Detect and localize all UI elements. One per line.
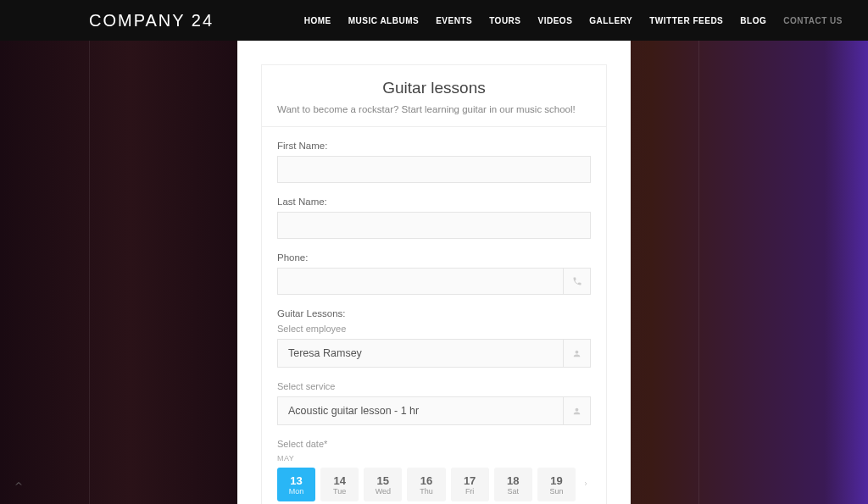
nav-item-contact-us[interactable]: CONTACT US [783,16,843,25]
service-select[interactable]: Acoustic guitar lesson - 1 hr [277,396,591,425]
date-day: Tue [333,487,346,496]
nav-item-tours[interactable]: TOURS [489,16,520,25]
date-number: 19 [550,474,562,487]
nav-item-events[interactable]: EVENTS [436,16,472,25]
date-number: 13 [290,474,302,487]
nav-item-home[interactable]: HOME [304,16,331,25]
booking-form-panel: Guitar lessons Want to become a rockstar… [237,41,631,504]
phone-icon [564,268,591,295]
date-number: 16 [420,474,432,487]
date-number: 18 [507,474,519,487]
service-value: Acoustic guitar lesson - 1 hr [278,405,563,417]
date-cell[interactable]: 18Sat [494,468,532,501]
date-number: 14 [333,474,345,487]
date-picker-row: 13Mon14Tue15Wed16Thu17Fri18Sat19Sun [277,468,591,501]
date-number: 15 [377,474,389,487]
phone-group [277,268,591,295]
main-nav: HOMEMUSIC ALBUMSEVENTSTOURSVIDEOSGALLERY… [304,16,843,25]
month-label: MAY [277,454,591,462]
date-cell[interactable]: 14Tue [320,468,359,501]
site-header: COMPANY 24 HOMEMUSIC ALBUMSEVENTSTOURSVI… [0,0,868,41]
form-subtitle: Want to become a rockstar? Start learnin… [277,104,591,114]
last-name-label: Last Name: [277,197,591,207]
employee-value: Teresa Ramsey [278,347,563,359]
date-cell[interactable]: 15Wed [364,468,402,501]
service-sublabel: Select service [277,381,591,391]
nav-item-videos[interactable]: VIDEOS [538,16,573,25]
form-header: Guitar lessons Want to become a rockstar… [262,65,606,127]
service-icon [563,397,590,424]
date-cell[interactable]: 13Mon [277,468,315,501]
lessons-section-label: Guitar Lessons: [277,308,591,318]
content: Guitar lessons Want to become a rockstar… [0,41,868,504]
first-name-label: First Name: [277,141,591,151]
select-date-label: Select date* [277,439,591,449]
employee-sublabel: Select employee [277,324,591,334]
date-day: Mon [289,487,304,496]
date-cell[interactable]: 17Fri [451,468,489,501]
date-day: Thu [420,487,433,496]
form-body: First Name: Last Name: Phone: Guitar Les… [262,127,606,504]
first-name-input[interactable] [277,156,591,183]
employee-select[interactable]: Teresa Ramsey [277,339,591,368]
nav-item-twitter-feeds[interactable]: TWITTER FEEDS [649,16,723,25]
date-day: Sat [508,487,520,496]
nav-item-music-albums[interactable]: MUSIC ALBUMS [348,16,419,25]
date-next-button[interactable] [581,478,591,492]
scroll-to-top-button[interactable] [10,475,27,492]
logo[interactable]: COMPANY 24 [89,11,214,30]
date-day: Sun [549,487,563,496]
date-cell[interactable]: 16Thu [407,468,445,501]
phone-input[interactable] [277,268,564,295]
form-title: Guitar lessons [277,79,591,97]
form-inner: Guitar lessons Want to become a rockstar… [261,64,607,504]
nav-item-gallery[interactable]: GALLERY [589,16,632,25]
last-name-input[interactable] [277,212,591,239]
phone-label: Phone: [277,252,591,263]
date-day: Wed [376,487,391,496]
nav-item-blog[interactable]: BLOG [740,16,766,25]
person-icon [563,340,590,367]
date-day: Fri [465,487,475,496]
date-number: 17 [464,474,476,487]
date-cell[interactable]: 19Sun [537,468,576,501]
